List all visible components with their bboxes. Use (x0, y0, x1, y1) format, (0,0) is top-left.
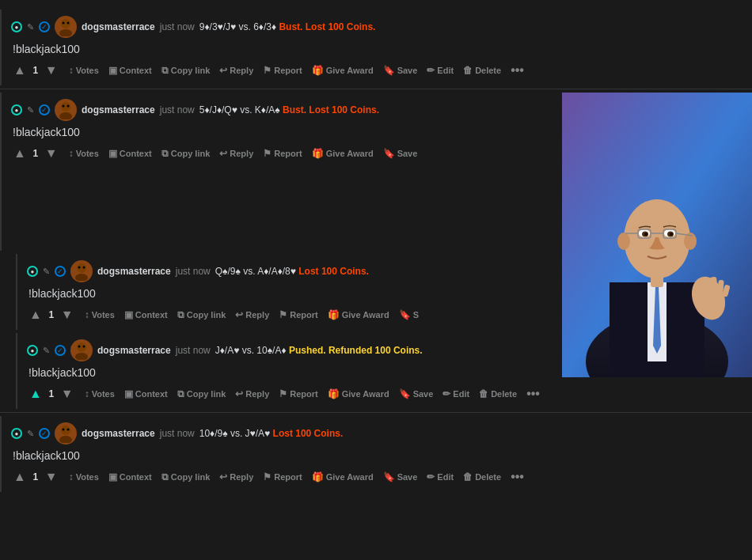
save-btn-2[interactable]: 🔖 Save (379, 145, 422, 162)
report-btn-4[interactable]: ⚑ Report (275, 385, 321, 403)
svg-point-15 (617, 233, 630, 250)
context-btn-5[interactable]: ▣ Context (104, 468, 156, 486)
upvote-btn-3[interactable]: ▲ (27, 306, 44, 324)
delete-btn-1[interactable]: 🗑 Delete (459, 62, 505, 79)
edit-icon-3[interactable]: ✎ (43, 267, 50, 277)
giveaward-btn-1[interactable]: 🎁 Give Award (308, 62, 378, 79)
svg-point-34 (75, 274, 88, 281)
timestamp-5: just now (160, 428, 195, 439)
username-4[interactable]: dogsmasterrace (97, 345, 171, 356)
copylink-btn-4[interactable]: ⧉ Copy link (173, 385, 230, 403)
giveaward-btn-3[interactable]: 🎁 Give Award (324, 306, 393, 324)
online-icon-1: ● (11, 21, 22, 32)
svg-point-6 (63, 105, 65, 108)
online-icon-2: ● (11, 104, 22, 115)
delete-btn-5[interactable]: 🗑 Delete (459, 468, 505, 486)
timestamp-1: just now (160, 21, 195, 32)
username-2[interactable]: dogsmasterrace (82, 104, 155, 115)
context-btn-1[interactable]: ▣ Context (104, 62, 156, 79)
username-1[interactable]: dogsmasterrace (82, 21, 155, 32)
downvote-btn-4[interactable]: ▼ (59, 385, 76, 403)
save-btn-5[interactable]: 🔖 Save (379, 468, 422, 486)
gameinfo-2: 5♦/J♦/Q♥ vs. K♦/A♠ Bust. Lost 100 Coins. (199, 104, 379, 115)
reply-btn-4[interactable]: ↩ Reply (231, 385, 273, 403)
giveaward-btn-4[interactable]: 🎁 Give Award (324, 385, 393, 403)
username-3[interactable]: dogsmasterrace (97, 266, 171, 277)
delete-btn-4[interactable]: 🗑 Delete (475, 385, 521, 403)
downvote-btn-2[interactable]: ▼ (43, 145, 60, 162)
reply-btn-5[interactable]: ↩ Reply (215, 468, 257, 486)
save-btn-1[interactable]: 🔖 Save (379, 62, 422, 79)
gameinfo-4: J♦/A♥ vs. 10♠/A♦ Pushed. Refunded 100 Co… (215, 345, 423, 356)
svg-point-4 (61, 102, 70, 112)
action-bar-5: ▲ 1 ▼ ↕ Votes ▣ Context ⧉ Copy link ↩ Re… (11, 468, 743, 486)
username-5[interactable]: dogsmasterrace (82, 428, 155, 439)
votes-btn-3[interactable]: ↕ Votes (81, 306, 119, 324)
person-image (562, 93, 752, 377)
verified-icon-5: ✓ (39, 428, 50, 439)
upvote-btn-2[interactable]: ▲ (11, 145, 28, 162)
comment-1-body: !blackjack100 (11, 43, 743, 55)
save-btn-4[interactable]: 🔖 Save (395, 385, 438, 403)
comment-5-header: ● ✎ ✓ dogsmasterrace just now 10♦/9♠ vs.… (11, 422, 743, 445)
verified-icon-3: ✓ (55, 266, 66, 277)
edit-icon-4[interactable]: ✎ (43, 346, 50, 356)
avatar-1 (55, 16, 77, 38)
svg-point-41 (61, 426, 70, 435)
verified-icon-4: ✓ (55, 345, 66, 356)
reply-btn-2[interactable]: ↩ Reply (215, 145, 257, 162)
edit-btn-5[interactable]: ✏ Edit (423, 468, 458, 486)
more-btn-1[interactable]: ••• (507, 62, 528, 79)
action-bar-3: ▲ 1 ▼ ↕ Votes ▣ Context ⧉ Copy link ↩ Re… (27, 306, 518, 324)
more-btn-4[interactable]: ••• (522, 385, 544, 403)
downvote-btn-5[interactable]: ▼ (43, 468, 60, 486)
copylink-btn-5[interactable]: ⧉ Copy link (158, 468, 215, 486)
copylink-btn-1[interactable]: ⧉ Copy link (158, 62, 215, 79)
report-btn-1[interactable]: ⚑ Report (259, 62, 306, 79)
edit-icon-1[interactable]: ✎ (27, 22, 34, 32)
avatar-3 (70, 260, 93, 282)
context-btn-3[interactable]: ▣ Context (120, 306, 172, 324)
upvote-btn-5[interactable]: ▲ (11, 468, 28, 486)
edit-icon-5[interactable]: ✎ (27, 429, 34, 439)
svg-point-38 (75, 353, 88, 360)
more-btn-5[interactable]: ••• (507, 468, 528, 486)
reply-btn-3[interactable]: ↩ Reply (231, 306, 273, 324)
comment-2: ● ✎ ✓ dogsmasterrace just now 5♦/J♦/Q♥ v… (0, 93, 752, 251)
votes-btn-5[interactable]: ↕ Votes (65, 468, 103, 486)
online-icon-5: ● (11, 428, 22, 439)
votes-btn-4[interactable]: ↕ Votes (81, 385, 119, 403)
copylink-btn-3[interactable]: ⧉ Copy link (173, 306, 230, 324)
avatar-5 (55, 422, 77, 445)
svg-point-21 (644, 233, 648, 236)
svg-point-3 (67, 22, 70, 25)
gameinfo-3: Q♠/9♠ vs. A♦/A♦/8♥ Lost 100 Coins. (215, 266, 369, 277)
giveaward-btn-5[interactable]: 🎁 Give Award (308, 468, 378, 486)
giveaward-btn-2[interactable]: 🎁 Give Award (308, 145, 378, 162)
context-btn-2[interactable]: ▣ Context (104, 145, 156, 162)
votes-btn-1[interactable]: ↕ Votes (65, 62, 103, 79)
edit-btn-1[interactable]: ✏ Edit (423, 62, 458, 79)
votes-btn-2[interactable]: ↕ Votes (65, 145, 103, 162)
report-btn-2[interactable]: ⚑ Report (259, 145, 306, 162)
action-bar-4: ▲ 1 ▼ ↕ Votes ▣ Context ⧉ Copy link ↩ Re… (27, 385, 743, 403)
context-btn-4[interactable]: ▣ Context (120, 385, 172, 403)
svg-point-2 (63, 22, 65, 25)
report-btn-5[interactable]: ⚑ Report (259, 468, 306, 486)
upvote-btn-1[interactable]: ▲ (11, 62, 28, 79)
timestamp-4: just now (176, 345, 211, 356)
svg-point-37 (77, 342, 86, 352)
downvote-btn-1[interactable]: ▼ (43, 62, 60, 79)
edit-btn-4[interactable]: ✏ Edit (439, 385, 473, 403)
divider-1 (0, 89, 752, 89)
person-photo (562, 93, 752, 377)
upvote-btn-4[interactable]: ▲ (27, 385, 44, 403)
edit-icon-2[interactable]: ✎ (27, 105, 34, 115)
save-btn-3[interactable]: 🔖 S (395, 306, 423, 324)
vote-count-2: 1 (32, 148, 40, 159)
report-btn-3[interactable]: ⚑ Report (275, 306, 321, 324)
downvote-btn-3[interactable]: ▼ (59, 306, 76, 324)
copylink-btn-2[interactable]: ⧉ Copy link (158, 145, 215, 162)
gameinfo-5: 10♦/9♠ vs. J♥/A♥ Lost 100 Coins. (199, 428, 343, 439)
reply-btn-1[interactable]: ↩ Reply (215, 62, 257, 79)
